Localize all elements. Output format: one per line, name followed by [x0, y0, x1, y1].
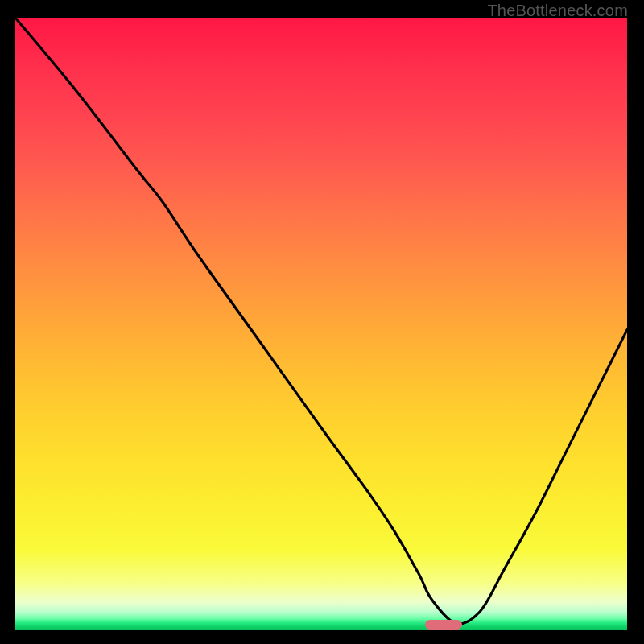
- watermark-text: TheBottleneck.com: [487, 2, 628, 20]
- optimal-point-marker: [425, 620, 462, 630]
- chart-frame: TheBottleneck.com: [0, 0, 644, 644]
- bottleneck-curve: [15, 18, 627, 630]
- curve-path: [15, 18, 627, 624]
